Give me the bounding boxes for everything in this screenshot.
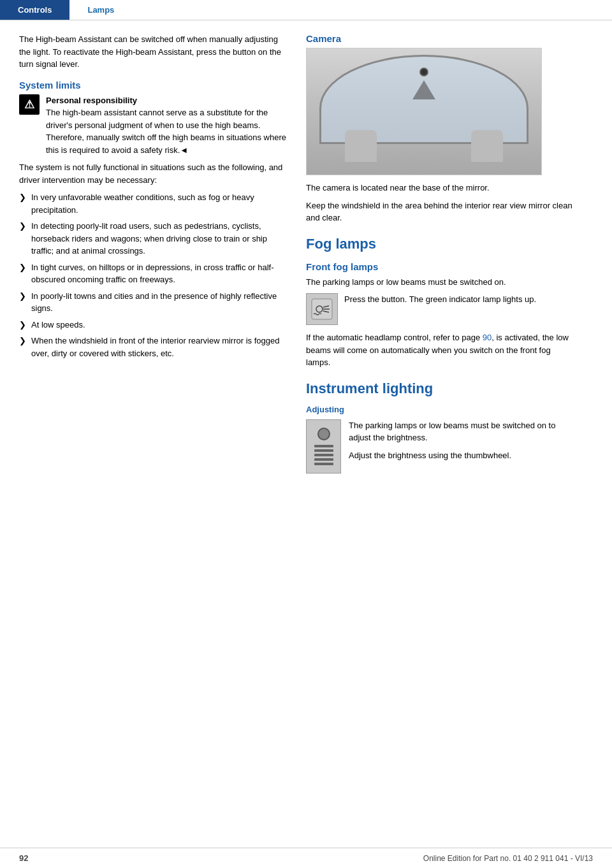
fog-button-desc: Press the button. The green indicator la…	[344, 293, 536, 306]
thumbwheel-knob-graphic	[317, 428, 330, 440]
warning-title: Personal responsibility	[46, 96, 137, 105]
adj-line	[314, 454, 333, 456]
right-column: Camera The camera is located near the ba…	[306, 33, 574, 474]
fog-lamp-icon	[310, 298, 333, 321]
warning-body: The high-beam assistant cannot serve as …	[46, 108, 286, 155]
adjust-text-block: The parking lamps or low beams must be s…	[349, 419, 574, 467]
list-item: ❯ In detecting poorly-lit road users, su…	[19, 220, 287, 257]
fog-note-page-link[interactable]: 90	[483, 333, 492, 342]
fog-desc1: The parking lamps or low beams must be s…	[306, 276, 574, 289]
brightness-lines-graphic	[314, 445, 333, 465]
adjust-image	[306, 419, 341, 474]
list-item: ❯ In very unfavorable weather conditions…	[19, 191, 287, 216]
list-item: ❯ At low speeds.	[19, 319, 287, 331]
left-column: The High-beam Assistant can be switched …	[19, 33, 287, 474]
fog-button-image	[306, 293, 338, 325]
adj-line	[314, 458, 333, 461]
bullet-arrow-icon: ❯	[19, 191, 26, 216]
instrument-lighting-heading: Instrument lighting	[306, 380, 574, 397]
camera-dot-graphic	[419, 68, 428, 76]
fog-note: If the automatic headlamp control, refer…	[306, 331, 574, 369]
adjust-block: The parking lamps or low beams must be s…	[306, 419, 574, 474]
bullet-text: In very unfavorable weather conditions, …	[31, 191, 287, 216]
bullet-text: In tight curves, on hilltops or in depre…	[31, 261, 287, 286]
bullet-arrow-icon: ❯	[19, 220, 26, 257]
tab-lamps[interactable]: Lamps	[69, 0, 132, 20]
adj-line	[314, 445, 333, 447]
bullet-text: When the windshield in front of the inte…	[31, 335, 287, 359]
bullet-arrow-icon: ❯	[19, 319, 26, 331]
warning-block: ⚠ Personal responsibility The high-beam …	[19, 94, 287, 157]
headrest-right-graphic	[471, 130, 503, 162]
fog-button-block: Press the button. The green indicator la…	[306, 293, 574, 325]
camera-image	[306, 48, 542, 175]
camera-heading: Camera	[306, 33, 574, 44]
list-item: ❯ When the windshield in front of the in…	[19, 335, 287, 359]
camera-desc1: The camera is located near the base of t…	[306, 182, 574, 194]
adj-line	[314, 463, 333, 465]
list-item: ❯ In poorly-lit towns and cities and in …	[19, 290, 287, 315]
page-header: Controls Lamps	[0, 0, 612, 20]
bullet-list: ❯ In very unfavorable weather conditions…	[19, 191, 287, 359]
system-limits-heading: System limits	[19, 80, 287, 90]
system-note: The system is not fully functional in si…	[19, 161, 287, 186]
front-fog-heading: Front fog lamps	[306, 261, 574, 272]
tab-lamps-label: Lamps	[87, 5, 114, 15]
adjust-desc2: Adjust the brightness using the thumbwhe…	[349, 449, 574, 462]
adjusting-heading: Adjusting	[306, 405, 574, 414]
bullet-arrow-icon: ❯	[19, 290, 26, 315]
bullet-text: In detecting poorly-lit road users, such…	[31, 220, 287, 257]
adjust-desc1: The parking lamps or low beams must be s…	[349, 419, 574, 444]
warning-icon: ⚠	[19, 94, 40, 115]
page-number: 92	[19, 853, 28, 863]
list-item: ❯ In tight curves, on hilltops or in dep…	[19, 261, 287, 286]
arrow-up-graphic	[412, 80, 435, 99]
warning-text: Personal responsibility The high-beam as…	[46, 94, 287, 157]
bullet-arrow-icon: ❯	[19, 335, 26, 359]
main-content: The High-beam Assistant can be switched …	[0, 20, 612, 486]
camera-interior-graphic	[307, 48, 541, 175]
tab-controls[interactable]: Controls	[0, 0, 69, 20]
tab-controls-label: Controls	[18, 5, 52, 15]
fog-note-pre: If the automatic headlamp control, refer…	[306, 333, 483, 342]
bullet-arrow-icon: ❯	[19, 261, 26, 286]
bullet-text: At low speeds.	[31, 319, 85, 331]
headrest-left-graphic	[345, 130, 377, 162]
edition-text: Online Edition for Part no. 01 40 2 911 …	[423, 854, 593, 863]
adj-line	[314, 449, 333, 452]
fog-lamps-heading: Fog lamps	[306, 236, 574, 252]
bullet-text: In poorly-lit towns and cities and in th…	[31, 290, 287, 315]
intro-paragraph: The High-beam Assistant can be switched …	[19, 33, 287, 71]
camera-desc2: Keep the windshield in the area behind t…	[306, 199, 574, 224]
page-footer: 92 Online Edition for Part no. 01 40 2 9…	[0, 848, 612, 868]
